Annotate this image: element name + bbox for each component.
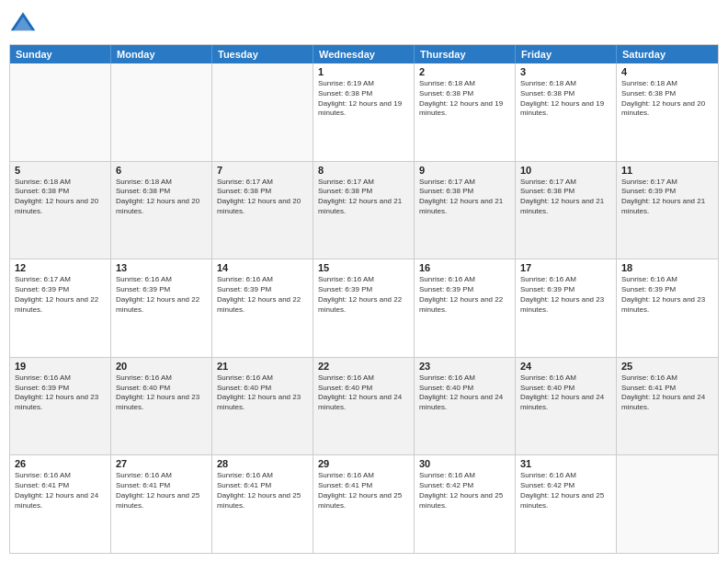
cell-info: Sunrise: 6:16 AM Sunset: 6:39 PM Dayligh… [621, 275, 713, 315]
day-number: 9 [419, 165, 510, 176]
calendar-cell: 19Sunrise: 6:16 AM Sunset: 6:39 PM Dayli… [10, 358, 111, 455]
day-number: 31 [520, 458, 611, 469]
calendar-row: 19Sunrise: 6:16 AM Sunset: 6:39 PM Dayli… [10, 358, 718, 456]
cell-info: Sunrise: 6:19 AM Sunset: 6:38 PM Dayligh… [318, 79, 409, 119]
calendar-cell: 10Sunrise: 6:17 AM Sunset: 6:38 PM Dayli… [516, 162, 617, 259]
cell-info: Sunrise: 6:16 AM Sunset: 6:39 PM Dayligh… [15, 373, 106, 413]
calendar-cell: 21Sunrise: 6:16 AM Sunset: 6:40 PM Dayli… [212, 358, 313, 455]
day-number: 10 [520, 165, 611, 176]
calendar-cell: 1Sunrise: 6:19 AM Sunset: 6:38 PM Daylig… [313, 63, 415, 161]
day-of-week-header: Tuesday [212, 45, 313, 63]
calendar-cell: 9Sunrise: 6:17 AM Sunset: 6:38 PM Daylig… [415, 162, 516, 259]
calendar-cell: 31Sunrise: 6:16 AM Sunset: 6:42 PM Dayli… [516, 455, 617, 553]
day-of-week-header: Wednesday [313, 45, 415, 63]
cell-info: Sunrise: 6:17 AM Sunset: 6:38 PM Dayligh… [318, 178, 409, 217]
cell-info: Sunrise: 6:16 AM Sunset: 6:40 PM Dayligh… [116, 373, 207, 413]
calendar-cell: 14Sunrise: 6:16 AM Sunset: 6:39 PM Dayli… [212, 259, 313, 357]
cell-info: Sunrise: 6:16 AM Sunset: 6:39 PM Dayligh… [520, 275, 611, 315]
calendar-cell: 18Sunrise: 6:16 AM Sunset: 6:39 PM Dayli… [617, 259, 718, 357]
calendar-cell: 16Sunrise: 6:16 AM Sunset: 6:39 PM Dayli… [415, 259, 516, 357]
calendar-cell: 6Sunrise: 6:18 AM Sunset: 6:38 PM Daylig… [111, 162, 212, 259]
calendar-row: 5Sunrise: 6:18 AM Sunset: 6:38 PM Daylig… [10, 162, 718, 260]
day-number: 24 [520, 361, 611, 372]
day-number: 21 [217, 361, 308, 372]
day-number: 19 [15, 361, 106, 372]
day-number: 13 [116, 262, 207, 273]
day-number: 25 [621, 361, 713, 372]
cell-info: Sunrise: 6:18 AM Sunset: 6:38 PM Dayligh… [520, 79, 611, 119]
day-number: 11 [621, 165, 713, 176]
day-number: 18 [621, 262, 713, 273]
cell-info: Sunrise: 6:17 AM Sunset: 6:38 PM Dayligh… [217, 178, 308, 217]
day-number: 3 [520, 66, 611, 77]
calendar-cell: 3Sunrise: 6:18 AM Sunset: 6:38 PM Daylig… [516, 63, 617, 161]
day-number: 6 [116, 165, 207, 176]
cell-info: Sunrise: 6:18 AM Sunset: 6:38 PM Dayligh… [15, 178, 106, 217]
day-number: 14 [217, 262, 308, 273]
calendar-cell: 5Sunrise: 6:18 AM Sunset: 6:38 PM Daylig… [10, 162, 111, 259]
day-of-week-header: Sunday [10, 45, 111, 63]
day-number: 8 [318, 165, 409, 176]
calendar-cell: 22Sunrise: 6:16 AM Sunset: 6:40 PM Dayli… [313, 358, 415, 455]
day-number: 26 [15, 458, 106, 469]
cell-info: Sunrise: 6:17 AM Sunset: 6:39 PM Dayligh… [621, 178, 713, 217]
page: SundayMondayTuesdayWednesdayThursdayFrid… [0, 0, 728, 563]
logo-icon [9, 9, 37, 37]
calendar-cell: 23Sunrise: 6:16 AM Sunset: 6:40 PM Dayli… [415, 358, 516, 455]
cell-info: Sunrise: 6:16 AM Sunset: 6:41 PM Dayligh… [15, 471, 106, 511]
calendar-body: 1Sunrise: 6:19 AM Sunset: 6:38 PM Daylig… [10, 63, 718, 553]
calendar-cell: 8Sunrise: 6:17 AM Sunset: 6:38 PM Daylig… [313, 162, 415, 259]
logo [9, 9, 40, 37]
calendar-cell: 29Sunrise: 6:16 AM Sunset: 6:41 PM Dayli… [313, 455, 415, 553]
calendar-cell: 20Sunrise: 6:16 AM Sunset: 6:40 PM Dayli… [111, 358, 212, 455]
calendar-cell: 2Sunrise: 6:18 AM Sunset: 6:38 PM Daylig… [415, 63, 516, 161]
cell-info: Sunrise: 6:16 AM Sunset: 6:42 PM Dayligh… [520, 471, 611, 511]
calendar-cell: 28Sunrise: 6:16 AM Sunset: 6:41 PM Dayli… [212, 455, 313, 553]
cell-info: Sunrise: 6:16 AM Sunset: 6:41 PM Dayligh… [621, 373, 713, 413]
cell-info: Sunrise: 6:16 AM Sunset: 6:39 PM Dayligh… [419, 275, 510, 315]
day-number: 2 [419, 66, 510, 77]
cell-info: Sunrise: 6:16 AM Sunset: 6:39 PM Dayligh… [318, 275, 409, 315]
cell-info: Sunrise: 6:18 AM Sunset: 6:38 PM Dayligh… [419, 79, 510, 119]
calendar-cell: 25Sunrise: 6:16 AM Sunset: 6:41 PM Dayli… [617, 358, 718, 455]
calendar-cell: 7Sunrise: 6:17 AM Sunset: 6:38 PM Daylig… [212, 162, 313, 259]
cell-info: Sunrise: 6:17 AM Sunset: 6:39 PM Dayligh… [15, 275, 106, 315]
calendar-cell: 17Sunrise: 6:16 AM Sunset: 6:39 PM Dayli… [516, 259, 617, 357]
header [9, 9, 719, 37]
cell-info: Sunrise: 6:17 AM Sunset: 6:38 PM Dayligh… [520, 178, 611, 217]
calendar-row: 1Sunrise: 6:19 AM Sunset: 6:38 PM Daylig… [10, 63, 718, 162]
calendar-row: 26Sunrise: 6:16 AM Sunset: 6:41 PM Dayli… [10, 455, 718, 553]
day-number: 20 [116, 361, 207, 372]
calendar-cell [617, 455, 718, 553]
cell-info: Sunrise: 6:16 AM Sunset: 6:42 PM Dayligh… [419, 471, 510, 511]
cell-info: Sunrise: 6:16 AM Sunset: 6:40 PM Dayligh… [217, 373, 308, 413]
cell-info: Sunrise: 6:17 AM Sunset: 6:38 PM Dayligh… [419, 178, 510, 217]
cell-info: Sunrise: 6:16 AM Sunset: 6:41 PM Dayligh… [318, 471, 409, 511]
calendar-cell [10, 63, 111, 161]
calendar-header: SundayMondayTuesdayWednesdayThursdayFrid… [10, 45, 718, 63]
day-number: 23 [419, 361, 510, 372]
day-of-week-header: Thursday [415, 45, 516, 63]
day-number: 28 [217, 458, 308, 469]
cell-info: Sunrise: 6:16 AM Sunset: 6:40 PM Dayligh… [419, 373, 510, 413]
calendar-cell: 26Sunrise: 6:16 AM Sunset: 6:41 PM Dayli… [10, 455, 111, 553]
day-of-week-header: Saturday [617, 45, 718, 63]
calendar-cell: 30Sunrise: 6:16 AM Sunset: 6:42 PM Dayli… [415, 455, 516, 553]
day-number: 30 [419, 458, 510, 469]
day-number: 4 [621, 66, 713, 77]
day-number: 29 [318, 458, 409, 469]
cell-info: Sunrise: 6:18 AM Sunset: 6:38 PM Dayligh… [116, 178, 207, 217]
cell-info: Sunrise: 6:16 AM Sunset: 6:40 PM Dayligh… [318, 373, 409, 413]
day-number: 17 [520, 262, 611, 273]
day-number: 27 [116, 458, 207, 469]
calendar-cell [111, 63, 212, 161]
calendar-cell: 12Sunrise: 6:17 AM Sunset: 6:39 PM Dayli… [10, 259, 111, 357]
day-of-week-header: Monday [111, 45, 212, 63]
day-number: 22 [318, 361, 409, 372]
cell-info: Sunrise: 6:16 AM Sunset: 6:40 PM Dayligh… [520, 373, 611, 413]
day-number: 15 [318, 262, 409, 273]
day-of-week-header: Friday [516, 45, 617, 63]
calendar-cell: 27Sunrise: 6:16 AM Sunset: 6:41 PM Dayli… [111, 455, 212, 553]
day-number: 1 [318, 66, 409, 77]
calendar-cell: 11Sunrise: 6:17 AM Sunset: 6:39 PM Dayli… [617, 162, 718, 259]
